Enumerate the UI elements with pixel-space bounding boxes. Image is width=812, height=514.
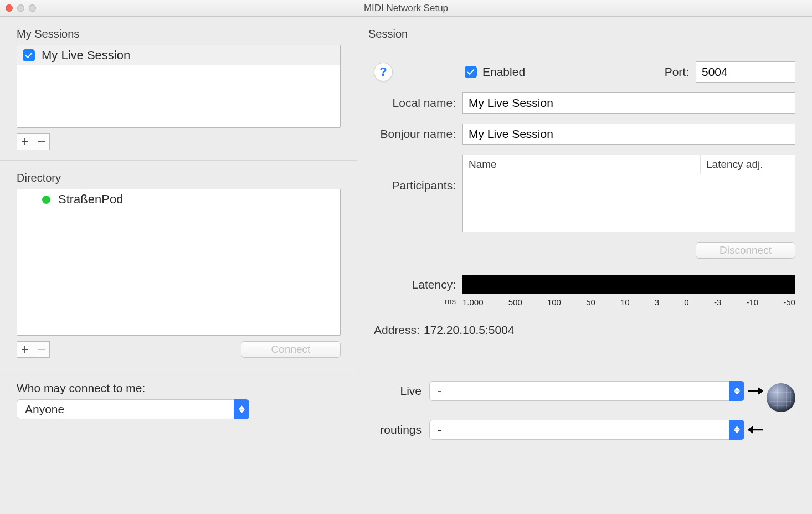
address-value: 172.20.10.5:5004 — [424, 323, 515, 337]
disconnect-button: Disconnect — [696, 242, 795, 259]
tick: 0 — [684, 297, 688, 307]
tick: -50 — [783, 297, 795, 307]
latency-label: Latency: — [357, 278, 462, 291]
enabled-checkbox[interactable] — [465, 66, 477, 78]
network-globe-icon — [767, 383, 795, 412]
arrow-left-icon — [744, 426, 767, 434]
local-name-field[interactable] — [462, 92, 795, 114]
directory-heading: Directory — [0, 161, 357, 189]
latency-graph — [462, 275, 795, 294]
participants-label: Participants: — [357, 155, 462, 192]
who-connect-select[interactable]: Anyone — [17, 399, 249, 419]
who-connect-label: Who may connect to me: — [0, 368, 357, 399]
local-name-label: Local name: — [357, 96, 462, 110]
help-icon: ? — [379, 65, 387, 79]
port-label: Port: — [665, 65, 689, 79]
tick: 500 — [508, 297, 522, 307]
window-title: MIDI Network Setup — [0, 3, 812, 14]
routing-in-select[interactable]: - — [429, 420, 744, 440]
participants-header: Name Latency adj. — [463, 155, 795, 174]
connect-button[interactable]: Connect — [241, 341, 341, 358]
tick: 1.000 — [462, 297, 484, 307]
port-field[interactable] — [696, 61, 795, 83]
remove-directory-button — [33, 341, 50, 358]
directory-item-name: StraßenPod — [58, 192, 123, 207]
tick: -10 — [746, 297, 758, 307]
directory-row[interactable]: StraßenPod — [17, 189, 340, 209]
status-online-icon — [42, 196, 50, 204]
arrow-right-icon — [744, 387, 767, 395]
participants-col-latency[interactable]: Latency adj. — [701, 155, 795, 174]
select-stepper-icon[interactable] — [729, 381, 744, 401]
select-stepper-icon[interactable] — [234, 399, 249, 419]
add-directory-button[interactable] — [17, 341, 33, 358]
titlebar: MIDI Network Setup — [0, 0, 812, 17]
latency-ticks: 1.000 500 100 50 10 3 0 -3 -10 -50 — [462, 297, 795, 307]
address-label: Address: — [357, 323, 424, 337]
tick: -3 — [714, 297, 721, 307]
bonjour-name-field[interactable] — [462, 124, 795, 145]
tick: 50 — [586, 297, 595, 307]
bonjour-name-label: Bonjour name: — [357, 127, 462, 141]
my-sessions-heading: My Sessions — [0, 17, 357, 45]
tick: 100 — [547, 297, 561, 307]
who-connect-value: Anyone — [25, 403, 64, 416]
routing-in-value: - — [438, 423, 441, 437]
participants-col-name[interactable]: Name — [463, 155, 701, 174]
directory-list[interactable]: StraßenPod — [17, 189, 341, 336]
live-routings-label-1: Live — [357, 384, 422, 398]
sessions-list[interactable]: My Live Session — [17, 45, 341, 128]
tick: 10 — [620, 297, 630, 307]
session-row[interactable]: My Live Session — [17, 45, 340, 65]
remove-session-button[interactable] — [33, 133, 50, 150]
session-enabled-checkbox[interactable] — [23, 49, 35, 61]
tick: 3 — [655, 297, 659, 307]
session-name: My Live Session — [42, 48, 130, 63]
routing-out-select[interactable]: - — [429, 381, 744, 401]
routing-out-value: - — [438, 384, 441, 398]
help-button[interactable]: ? — [374, 63, 393, 81]
latency-unit: ms — [357, 296, 462, 306]
add-session-button[interactable] — [17, 133, 33, 150]
session-heading: Session — [357, 17, 795, 45]
participants-table[interactable]: Name Latency adj. — [462, 155, 795, 232]
enabled-label: Enabled — [482, 65, 525, 79]
select-stepper-icon[interactable] — [729, 420, 744, 440]
live-routings-label-2: routings — [357, 423, 422, 436]
